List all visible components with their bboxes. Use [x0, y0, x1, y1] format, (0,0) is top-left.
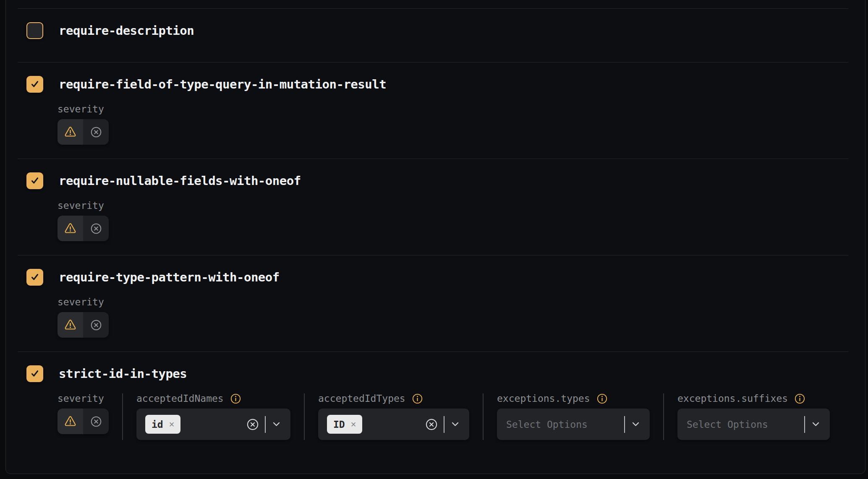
- exceptions-suffixes-select[interactable]: Select Options: [677, 409, 830, 440]
- input-separator: [265, 416, 266, 433]
- warning-triangle-icon: [64, 416, 76, 427]
- clear-all-icon[interactable]: [425, 418, 438, 431]
- chip-remove-icon[interactable]: ✕: [169, 420, 175, 429]
- warning-triangle-icon: [64, 126, 76, 138]
- option-label: acceptedIdTypes: [318, 393, 405, 404]
- info-icon[interactable]: [597, 393, 607, 404]
- check-icon: [29, 79, 40, 90]
- select-placeholder: Select Options: [687, 419, 768, 430]
- rule-checkbox[interactable]: [26, 269, 43, 286]
- option-label: exceptions.suffixes: [677, 393, 788, 404]
- rule-name: strict-id-in-types: [59, 367, 187, 381]
- rule-row-strict-id-in-types: strict-id-in-types severity: [18, 351, 848, 440]
- check-icon: [29, 368, 40, 379]
- severity-label: severity: [58, 200, 848, 211]
- warning-triangle-icon: [64, 319, 76, 331]
- severity-toggle: [58, 119, 109, 145]
- circle-x-icon: [90, 416, 102, 427]
- rule-row-require-nullable-fields-with-oneof: require-nullable-fields-with-oneof sever…: [18, 159, 848, 255]
- severity-label: severity: [58, 297, 848, 307]
- chip-label: id: [152, 419, 163, 430]
- rule-row-require-field-of-type-query-in-mutation-result: require-field-of-type-query-in-mutation-…: [18, 62, 848, 159]
- info-icon[interactable]: [230, 393, 241, 404]
- circle-x-icon: [90, 223, 102, 234]
- warning-triangle-icon: [64, 223, 76, 234]
- chip: id ✕: [145, 415, 180, 434]
- rule-row-require-type-pattern-with-oneof: require-type-pattern-with-oneof severity: [18, 255, 848, 351]
- circle-x-icon: [90, 319, 102, 331]
- rule-row-require-description: require-description: [18, 8, 848, 62]
- check-icon: [29, 272, 40, 283]
- chip-label: ID: [333, 419, 345, 430]
- clear-all-icon[interactable]: [246, 418, 259, 431]
- severity-label: severity: [58, 393, 109, 404]
- rule-name: require-type-pattern-with-oneof: [59, 270, 280, 284]
- lint-rules-panel: require-description require-field-of-typ…: [5, 0, 865, 474]
- select-placeholder: Select Options: [506, 419, 588, 430]
- chevron-down-icon[interactable]: [632, 422, 639, 427]
- severity-warn-button[interactable]: [58, 409, 83, 434]
- rule-checkbox[interactable]: [26, 365, 43, 382]
- severity-off-button[interactable]: [83, 119, 109, 145]
- severity-off-button[interactable]: [83, 409, 109, 434]
- chevron-down-icon[interactable]: [273, 422, 280, 427]
- rule-name: require-nullable-fields-with-oneof: [59, 174, 301, 188]
- severity-toggle: [58, 312, 109, 338]
- rule-name: require-description: [59, 23, 194, 38]
- exceptions-types-select[interactable]: Select Options: [497, 409, 650, 440]
- severity-warn-button[interactable]: [58, 119, 83, 145]
- rule-checkbox[interactable]: [26, 172, 43, 189]
- rule-checkbox[interactable]: [26, 22, 43, 39]
- severity-toggle: [58, 409, 109, 434]
- severity-toggle: [58, 216, 109, 241]
- circle-x-icon: [90, 126, 102, 138]
- column-divider: [663, 393, 664, 440]
- column-divider: [304, 393, 305, 440]
- rule-checkbox[interactable]: [26, 76, 43, 93]
- severity-label: severity: [58, 104, 848, 114]
- severity-warn-button[interactable]: [58, 216, 83, 241]
- severity-off-button[interactable]: [83, 312, 109, 338]
- info-icon[interactable]: [795, 393, 805, 404]
- check-icon: [29, 175, 40, 186]
- chip: ID ✕: [327, 415, 362, 434]
- option-label: exceptions.types: [497, 393, 590, 404]
- accepted-id-names-multiselect[interactable]: id ✕: [136, 409, 290, 440]
- accepted-id-types-multiselect[interactable]: ID ✕: [318, 409, 469, 440]
- severity-warn-button[interactable]: [58, 312, 83, 338]
- chip-remove-icon[interactable]: ✕: [351, 420, 356, 429]
- rule-name: require-field-of-type-query-in-mutation-…: [59, 77, 386, 91]
- input-separator: [804, 416, 805, 433]
- column-divider: [122, 393, 123, 440]
- chevron-down-icon[interactable]: [452, 422, 459, 427]
- input-separator: [624, 416, 625, 433]
- chevron-down-icon[interactable]: [812, 422, 819, 427]
- option-label: acceptedIdNames: [136, 393, 224, 404]
- input-separator: [444, 416, 444, 433]
- column-divider: [483, 393, 484, 440]
- severity-off-button[interactable]: [83, 216, 109, 241]
- info-icon[interactable]: [412, 393, 423, 404]
